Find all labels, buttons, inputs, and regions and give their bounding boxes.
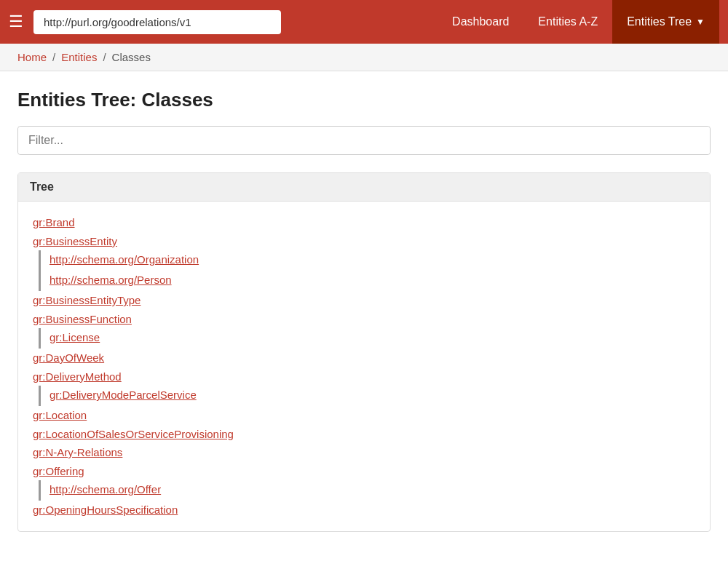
page-title: Entities Tree: Classes bbox=[17, 89, 711, 111]
tree-root-item[interactable]: gr:Location bbox=[33, 406, 695, 425]
tree-child-item[interactable]: gr:License bbox=[50, 328, 100, 347]
navbar: ☰ Dashboard Entities A-Z Entities Tree ▼ bbox=[0, 0, 728, 44]
tree-root-item[interactable]: gr:BusinessFunction bbox=[33, 310, 695, 329]
breadcrumb-sep-1: / bbox=[52, 51, 55, 63]
filter-input-wrap bbox=[17, 126, 711, 155]
tree-root-item[interactable]: gr:OpeningHoursSpecification bbox=[33, 501, 695, 520]
tree-child-item[interactable]: http://schema.org/Offer bbox=[50, 480, 161, 499]
tree-child-item[interactable]: http://schema.org/Organization bbox=[50, 250, 199, 269]
dropdown-arrow-icon: ▼ bbox=[696, 17, 705, 27]
tree-child-row: http://schema.org/Offer bbox=[33, 480, 695, 501]
breadcrumb-sep-2: / bbox=[103, 51, 106, 63]
entities-tree-link[interactable]: Entities Tree ▼ bbox=[612, 0, 719, 44]
breadcrumb-entities[interactable]: Entities bbox=[61, 51, 97, 63]
tree-children: http://schema.org/Organizationhttp://sch… bbox=[33, 250, 695, 291]
tree-children: http://schema.org/Offer bbox=[33, 480, 695, 501]
tree-panel-header: Tree bbox=[18, 173, 710, 202]
tree-root-item[interactable]: gr:N-Ary-Relations bbox=[33, 443, 695, 462]
main-content: Entities Tree: Classes Tree gr:Brandgr:B… bbox=[0, 71, 728, 532]
entities-tree-label: Entities Tree bbox=[627, 15, 692, 28]
tree-child-item[interactable]: gr:DeliveryModeParcelService bbox=[50, 386, 197, 405]
tree-children: gr:DeliveryModeParcelService bbox=[33, 386, 695, 406]
navbar-links: Dashboard Entities A-Z Entities Tree ▼ bbox=[438, 0, 719, 44]
breadcrumb-current: Classes bbox=[112, 51, 151, 63]
breadcrumb-bar: Home / Entities / Classes bbox=[0, 44, 728, 71]
tree-child-row: gr:DeliveryModeParcelService bbox=[33, 386, 695, 406]
tree-panel: Tree gr:Brandgr:BusinessEntityhttp://sch… bbox=[17, 172, 711, 532]
tree-children: gr:License bbox=[33, 328, 695, 349]
tree-pipe-icon bbox=[39, 271, 41, 291]
tree-root-item[interactable]: gr:Offering bbox=[33, 462, 695, 481]
filter-input[interactable] bbox=[18, 127, 710, 154]
hamburger-icon[interactable]: ☰ bbox=[9, 12, 23, 31]
tree-pipe-icon bbox=[39, 328, 41, 349]
tree-root-item[interactable]: gr:BusinessEntity bbox=[33, 232, 695, 251]
tree-child-row: http://schema.org/Organization bbox=[33, 250, 695, 271]
url-input[interactable] bbox=[33, 10, 281, 34]
tree-root-item[interactable]: gr:LocationOfSalesOrServiceProvisioning bbox=[33, 425, 695, 444]
breadcrumb-home[interactable]: Home bbox=[17, 51, 47, 63]
tree-root-item[interactable]: gr:BusinessEntityType bbox=[33, 291, 695, 310]
tree-root-item[interactable]: gr:DayOfWeek bbox=[33, 349, 695, 367]
tree-pipe-icon bbox=[39, 250, 41, 271]
tree-pipe-icon bbox=[39, 386, 41, 406]
tree-root-item[interactable]: gr:DeliveryMethod bbox=[33, 367, 695, 386]
tree-child-row: gr:License bbox=[33, 328, 695, 349]
dashboard-link[interactable]: Dashboard bbox=[438, 0, 523, 44]
tree-panel-body: gr:Brandgr:BusinessEntityhttp://schema.o… bbox=[18, 202, 710, 531]
tree-root-item[interactable]: gr:Brand bbox=[33, 213, 695, 232]
breadcrumb: Home / Entities / Classes bbox=[17, 51, 711, 63]
tree-child-item[interactable]: http://schema.org/Person bbox=[50, 271, 172, 290]
tree-pipe-icon bbox=[39, 480, 41, 501]
tree-child-row: http://schema.org/Person bbox=[33, 271, 695, 291]
entities-az-link[interactable]: Entities A-Z bbox=[523, 0, 612, 44]
